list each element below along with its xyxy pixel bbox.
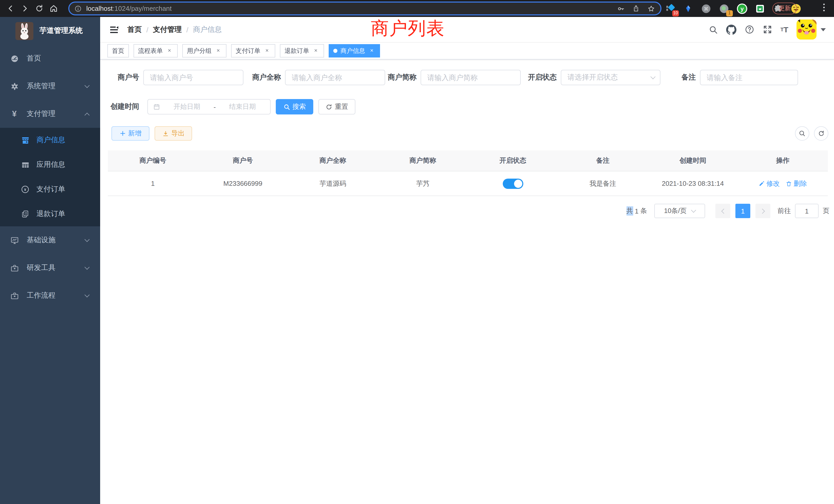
sidebar-item-merchant-info[interactable]: 商户信息 (0, 128, 100, 153)
sidebar-item-label: 退款订单 (37, 209, 65, 219)
col-actions: 操作 (738, 156, 828, 165)
sidebar-item-infrastructure[interactable]: 基础设施 (0, 226, 100, 254)
home-button[interactable] (46, 1, 61, 16)
tab-pay-order[interactable]: 支付订单× (231, 44, 275, 58)
app-window: 芋道管理系统 首页 系统管理 ¥ 支付管理 (0, 17, 834, 504)
col-full-name: 商户全称 (288, 156, 378, 165)
chevron-down-icon (85, 83, 90, 88)
font-size-icon[interactable]: TT (780, 26, 788, 33)
sidebar-item-label: 首页 (27, 54, 41, 63)
reset-button[interactable]: 重置 (319, 99, 355, 114)
delete-link[interactable]: 删除 (786, 179, 807, 188)
close-icon[interactable]: × (312, 47, 320, 54)
short-name-input[interactable] (421, 70, 521, 85)
status-select[interactable]: 请选择开启状态 (561, 70, 660, 85)
goto-page-input[interactable] (795, 204, 818, 218)
svg-text:⌘: ⌘ (704, 6, 708, 11)
range-separator: - (214, 103, 216, 111)
screen: localhost:1024/pay/merchant 10 ⌘ (0, 0, 834, 504)
edit-link[interactable]: 修改 (759, 179, 780, 188)
tab-refund-order[interactable]: 退款订单× (280, 44, 324, 58)
sidebar-item-label: 系统管理 (27, 82, 56, 91)
help-icon[interactable] (744, 25, 754, 35)
sidebar-item-label: 应用信息 (37, 160, 65, 169)
url-host: localhost (86, 5, 113, 12)
url-bar[interactable]: localhost:1024/pay/merchant (68, 2, 661, 16)
status-toggle[interactable] (503, 178, 523, 189)
extension-kite-icon[interactable] (682, 3, 694, 14)
prev-page-button[interactable] (716, 204, 730, 218)
create-time-range-picker[interactable]: 开始日期 - 结束日期 (147, 99, 271, 114)
merchant-no-input[interactable] (143, 70, 243, 85)
sidebar-item-app-info[interactable]: 应用信息 (0, 153, 100, 177)
forward-button[interactable] (18, 1, 32, 16)
password-key-icon[interactable] (617, 4, 625, 13)
extension-green-square-icon[interactable] (754, 3, 766, 14)
bookmark-star-icon[interactable] (647, 4, 655, 13)
plus-icon (119, 130, 126, 137)
search-icon (798, 130, 806, 137)
field-label: 创建时间 (100, 102, 143, 111)
user-menu[interactable] (796, 20, 826, 40)
goto-label: 前往 (777, 206, 791, 215)
tab-user-group[interactable]: 用户分组× (182, 44, 226, 58)
github-icon[interactable] (726, 24, 736, 35)
sidebar-item-label: 支付管理 (27, 109, 56, 118)
extension-command-icon[interactable]: ⌘ (701, 3, 712, 14)
cell-full-name: 芋道源码 (288, 179, 378, 188)
sidebar-item-payment[interactable]: ¥ 支付管理 (0, 100, 100, 128)
sidebar-item-label: 研发工具 (27, 263, 56, 273)
sidebar: 芋道管理系统 首页 系统管理 ¥ 支付管理 (0, 17, 100, 504)
sidebar-toggle-icon[interactable] (109, 24, 119, 35)
edit-icon (759, 180, 765, 187)
sidebar-item-pay-order[interactable]: ¥ 支付订单 (0, 177, 100, 202)
page-1-button[interactable]: 1 (736, 204, 750, 218)
next-page-button[interactable] (755, 204, 770, 218)
breadcrumb-payment[interactable]: 支付管理 (153, 25, 182, 34)
add-button[interactable]: 新增 (111, 126, 150, 141)
extension-y-icon[interactable]: y (737, 3, 748, 14)
browser-update-button[interactable]: 更新 (772, 3, 797, 14)
share-icon[interactable] (632, 5, 640, 12)
refresh-table-button[interactable] (814, 126, 828, 141)
extension-recorder-icon[interactable]: 1 (719, 3, 730, 14)
filter-status: 开启状态 请选择开启状态 (518, 70, 660, 85)
toggle-search-button[interactable] (795, 126, 809, 141)
reload-button[interactable] (32, 1, 46, 16)
close-icon[interactable]: × (166, 47, 173, 54)
briefcase-icon (8, 291, 21, 300)
close-icon[interactable]: × (368, 47, 375, 54)
tab-process-form[interactable]: 流程表单× (133, 44, 178, 58)
extension-diamond-icon[interactable]: 10 (664, 3, 676, 14)
export-button[interactable]: 导出 (155, 126, 192, 141)
tab-merchant-info[interactable]: 商户信息× (329, 44, 380, 58)
filter-full-name: 商户全称 (242, 70, 385, 85)
search-button[interactable]: 搜索 (276, 99, 313, 114)
sidebar-item-label: 基础设施 (27, 235, 56, 245)
table-row: 1 M233666999 芋道源码 芋艿 我是备注 2021-10-23 08:… (108, 171, 828, 196)
header-search-icon[interactable] (708, 25, 718, 34)
close-icon[interactable]: × (263, 47, 271, 54)
chevron-down-icon (651, 74, 656, 79)
page-size-select[interactable]: 10条/页 (654, 204, 705, 218)
remark-input[interactable] (700, 70, 798, 85)
sidebar-item-dev-tools[interactable]: 研发工具 (0, 254, 100, 282)
back-icon (6, 4, 15, 13)
fullscreen-icon[interactable] (762, 25, 772, 35)
forward-icon (20, 4, 29, 13)
sidebar-item-system[interactable]: 系统管理 (0, 72, 100, 100)
full-name-input[interactable] (285, 70, 385, 85)
tab-home[interactable]: 首页 (107, 44, 129, 58)
col-create-time: 创建时间 (648, 156, 738, 165)
close-icon[interactable]: × (215, 47, 222, 54)
breadcrumb-home[interactable]: 首页 (127, 25, 142, 34)
sidebar-item-home[interactable]: 首页 (0, 45, 100, 72)
site-info-icon[interactable] (74, 5, 82, 12)
back-button[interactable] (3, 1, 18, 16)
gear-icon (8, 82, 21, 91)
search-icon (283, 104, 290, 110)
app-logo[interactable]: 芋道管理系统 (0, 17, 100, 45)
sidebar-item-refund-order[interactable]: 退款订单 (0, 202, 100, 226)
browser-menu-icon[interactable] (823, 4, 825, 11)
sidebar-item-workflow[interactable]: 工作流程 (0, 282, 100, 310)
